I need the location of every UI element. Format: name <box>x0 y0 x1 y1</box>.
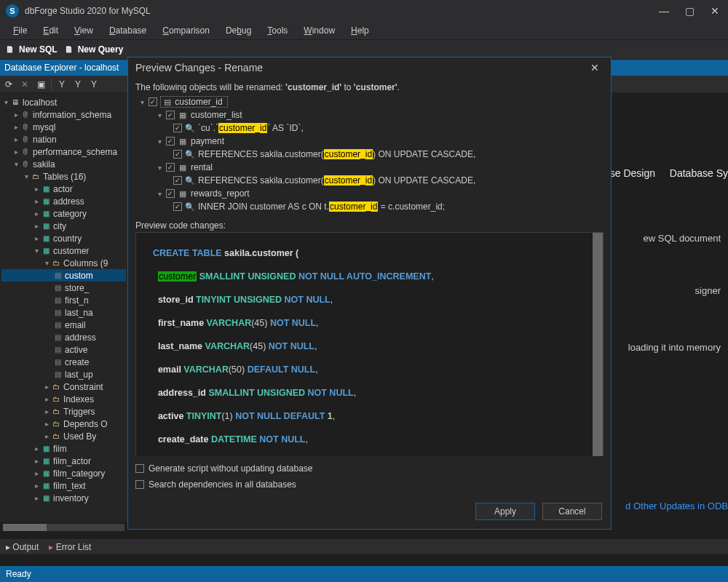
table-icon: ▦ <box>178 189 188 199</box>
obj-detail[interactable]: 🔍REFERENCES sakila.customer(customer_id)… <box>135 174 604 187</box>
tree-table[interactable]: ▸▦film <box>1 442 126 455</box>
menu-edit[interactable]: Edit <box>36 24 66 37</box>
tree-column[interactable]: ▤store_ <box>1 282 126 294</box>
filter-icon-2[interactable]: Y <box>72 79 84 90</box>
app-title: dbForge Studio 2020 for MySQL <box>25 6 656 16</box>
checkbox-icon[interactable] <box>166 111 175 119</box>
table-icon: ▦ <box>41 222 51 231</box>
checkbox-icon[interactable] <box>166 137 175 146</box>
code-preview[interactable]: CREATE TABLE sakila.customer ( customer … <box>135 232 604 456</box>
tree-subfolder[interactable]: ▸🗀Constraint <box>1 380 126 393</box>
checkbox-icon[interactable] <box>173 202 182 211</box>
delete-icon[interactable]: ✕ <box>19 79 31 90</box>
explorer-scrollbar[interactable] <box>3 524 124 531</box>
database-icon: 🛢 <box>20 148 31 156</box>
refresh-icon[interactable]: ⟳ <box>3 79 15 90</box>
rename-message: The following objects will be renamed: '… <box>135 82 604 92</box>
tree-column[interactable]: ▤email <box>1 319 126 331</box>
tree-table[interactable]: ▸▦city <box>1 220 126 232</box>
close-button[interactable]: ✕ <box>708 5 722 17</box>
menu-window[interactable]: Window <box>296 24 342 37</box>
menu-tools[interactable]: Tools <box>260 24 295 37</box>
cancel-button[interactable]: Cancel <box>542 503 602 520</box>
obj-item[interactable]: ▾▦rental <box>135 161 604 174</box>
new-query-button[interactable]: 🗎New Query <box>65 44 124 55</box>
tree-db[interactable]: ▸🛢mysql <box>1 121 126 133</box>
error-list-tab[interactable]: ▸ Error List <box>49 542 91 552</box>
tree-table[interactable]: ▸▦country <box>1 232 126 244</box>
column-icon: ▤ <box>162 97 173 107</box>
database-icon: 🛢 <box>20 135 31 144</box>
menu-help[interactable]: Help <box>344 24 376 37</box>
checkbox-icon[interactable] <box>166 163 175 172</box>
checkbox-icon[interactable] <box>173 150 182 159</box>
obj-detail[interactable]: 🔍INNER JOIN customer AS c ON t.customer_… <box>135 200 604 213</box>
menu-database[interactable]: Database <box>102 24 154 37</box>
maximize-button[interactable]: ▢ <box>682 5 697 17</box>
tree-subfolder[interactable]: ▸🗀Used By <box>1 430 126 442</box>
database-icon: 🛢 <box>20 123 31 132</box>
tree-table[interactable]: ▸▦inventory <box>1 492 126 504</box>
menu-view[interactable]: View <box>67 24 100 37</box>
tree-db[interactable]: ▸🛢performance_schema <box>1 146 126 158</box>
tree-column[interactable]: ▤active <box>1 343 126 356</box>
folder-icon: 🗀 <box>51 383 61 391</box>
tree-table[interactable]: ▾▦customer <box>1 244 126 257</box>
checkbox-icon[interactable] <box>166 189 175 198</box>
checkbox-icon[interactable] <box>149 97 157 106</box>
obj-item[interactable]: ▾▦customer_list <box>135 108 604 121</box>
menu-debug[interactable]: Debug <box>218 24 258 37</box>
tree-table[interactable]: ▸▦address <box>1 195 126 207</box>
checkbox-icon[interactable] <box>173 124 182 132</box>
tree-column[interactable]: ▤create <box>1 356 126 368</box>
tree-table[interactable]: ▸▦film_text <box>1 479 126 492</box>
tree-table[interactable]: ▸▦film_category <box>1 467 126 479</box>
tree-column[interactable]: ▤first_n <box>1 294 126 306</box>
tree-table[interactable]: ▸▦film_actor <box>1 455 126 467</box>
tree-table[interactable]: ▸▦category <box>1 207 126 220</box>
tree-db[interactable]: ▾🛢sakila <box>1 158 126 170</box>
menu-comparison[interactable]: Comparison <box>155 24 217 37</box>
checkbox-icon[interactable] <box>135 464 144 473</box>
database-explorer-tree[interactable]: ▾🖥localhost ▸🛢information_schema ▸🛢mysql… <box>0 93 127 522</box>
query-icon: 🗎 <box>65 44 75 55</box>
tree-subfolder[interactable]: ▸🗀Triggers <box>1 405 126 418</box>
tree-subfolder[interactable]: ▸🗀Depends O <box>1 418 126 430</box>
tree-columns-folder[interactable]: ▾🗀Columns (9 <box>1 257 126 269</box>
bg-news-link[interactable]: d Other Updates in ODB <box>625 501 728 511</box>
output-tab[interactable]: ▸ Output <box>6 542 39 552</box>
new-sql-button[interactable]: 🗎New SQL <box>6 44 58 55</box>
obj-root[interactable]: ▾ ▤ customer_id <box>135 95 604 108</box>
code-scrollbar-vertical[interactable] <box>593 233 603 456</box>
tree-subfolder[interactable]: ▸🗀Indexes <box>1 393 126 405</box>
filter-icon-1[interactable]: Y <box>56 79 68 90</box>
tree-column-selected[interactable]: ▤custom <box>1 269 126 282</box>
checkbox-icon[interactable] <box>135 480 144 489</box>
new-window-icon[interactable]: ▣ <box>35 79 47 90</box>
tree-tables-folder[interactable]: ▾🗀Tables (16) <box>1 170 126 183</box>
option-generate-script[interactable]: Generate script without updating databas… <box>135 461 604 477</box>
dialog-close-button[interactable]: ✕ <box>586 60 604 75</box>
tree-column[interactable]: ▤address <box>1 331 126 343</box>
column-icon: ▤ <box>52 284 63 292</box>
tree-db[interactable]: ▸🛢information_schema <box>1 108 126 121</box>
obj-detail[interactable]: 🔍REFERENCES sakila.customer(customer_id)… <box>135 148 604 161</box>
obj-item[interactable]: ▾▦payment <box>135 135 604 148</box>
dialog-title: Preview Changes - Rename <box>135 62 263 73</box>
code-gutter <box>136 233 146 456</box>
tree-db[interactable]: ▸🛢nation <box>1 133 126 146</box>
filter-icon-3[interactable]: Y <box>88 79 100 90</box>
tree-table[interactable]: ▸▦actor <box>1 183 126 195</box>
minimize-button[interactable]: — <box>656 5 672 17</box>
checkbox-icon[interactable] <box>173 176 182 185</box>
tree-column[interactable]: ▤last_up <box>1 368 126 380</box>
tree-host[interactable]: ▾🖥localhost <box>1 96 126 108</box>
tree-column[interactable]: ▤last_na <box>1 306 126 319</box>
menu-file[interactable]: File <box>6 24 34 37</box>
apply-button[interactable]: Apply <box>475 503 535 520</box>
obj-detail[interactable]: 🔍`cu`.`customer_id` AS `ID`, <box>135 121 604 135</box>
obj-item[interactable]: ▾▦rewards_report <box>135 187 604 200</box>
objects-tree[interactable]: ▾ ▤ customer_id ▾▦customer_list 🔍`cu`.`c… <box>135 95 604 213</box>
option-search-dependencies[interactable]: Search dependencies in all databases <box>135 477 604 493</box>
column-icon: ▤ <box>52 358 63 367</box>
